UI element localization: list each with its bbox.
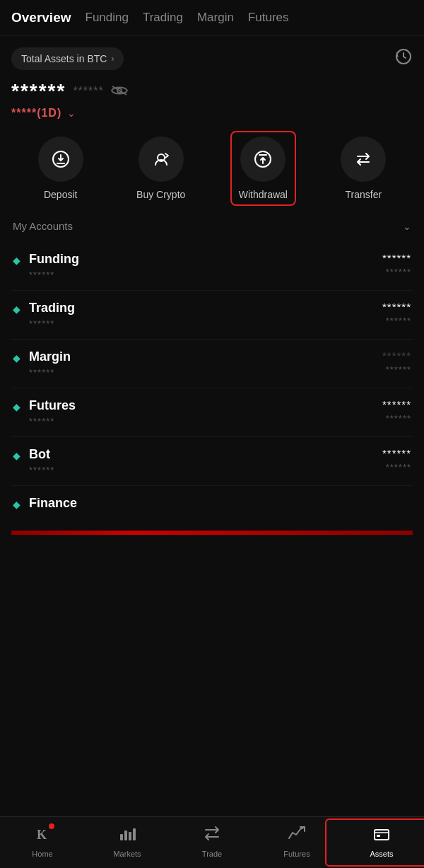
futures-name: Futures (29, 398, 76, 413)
change-chevron[interactable]: ⌄ (67, 108, 76, 119)
funding-name: Funding (29, 252, 79, 267)
bot-name: Bot (29, 447, 54, 462)
nav-funding[interactable]: Funding (86, 11, 129, 25)
assets-icon (372, 824, 391, 847)
svg-rect-7 (120, 834, 123, 840)
balance-area: ****** ****** (11, 80, 413, 103)
trading-diamond-icon: ◆ (13, 303, 20, 315)
history-icon[interactable] (394, 47, 413, 70)
nav-futures[interactable]: Futures (248, 11, 289, 25)
margin-diamond-icon: ◆ (13, 352, 20, 364)
bottom-nav-trade[interactable]: Trade (170, 824, 254, 858)
accounts-chevron[interactable]: ⌄ (403, 221, 411, 232)
account-item-funding[interactable]: ◆ Funding ****** ****** ****** (11, 242, 413, 291)
account-item-trading[interactable]: ◆ Trading ****** ****** ****** (11, 291, 413, 340)
withdrawal-button[interactable]: Withdrawal (239, 137, 288, 200)
finance-name: Finance (29, 496, 77, 511)
svg-text:K: K (37, 828, 47, 842)
withdrawal-icon-circle (240, 137, 285, 182)
withdrawal-label: Withdrawal (239, 189, 288, 200)
bottom-nav-home[interactable]: K Home (0, 825, 85, 858)
buy-crypto-label: Buy Crypto (136, 189, 185, 200)
total-assets-label: Total Assets in BTC (21, 53, 107, 64)
withdrawal-wrapper: Withdrawal (239, 137, 288, 200)
buy-crypto-icon-circle (139, 137, 184, 182)
home-icon: K (33, 831, 52, 846)
futures-nav-icon (288, 824, 306, 847)
futures-sub: ****** (29, 416, 76, 427)
bot-val: ****** (382, 447, 411, 459)
transfer-button[interactable]: Transfer (341, 137, 386, 200)
nav-margin[interactable]: Margin (197, 11, 234, 25)
trading-val: ****** (382, 301, 411, 313)
total-assets-chevron: › (111, 54, 114, 64)
my-accounts-header: My Accounts ⌄ (11, 220, 413, 232)
change-value: *****(1D) (11, 107, 61, 120)
trading-val-sub: ****** (382, 316, 411, 326)
svg-rect-10 (133, 828, 136, 840)
futures-val: ****** (382, 398, 411, 410)
nav-trading[interactable]: Trading (143, 11, 183, 25)
transfer-icon-circle (341, 137, 386, 182)
home-notification-dot (49, 823, 54, 829)
my-accounts-title: My Accounts (13, 220, 73, 232)
change-row: *****(1D) ⌄ (11, 107, 413, 120)
svg-rect-12 (377, 835, 380, 837)
bottom-nav-assets[interactable]: Assets (339, 824, 424, 858)
trading-name: Trading (29, 301, 75, 316)
bottom-nav-futures[interactable]: Futures (254, 824, 339, 858)
svg-rect-11 (375, 830, 389, 840)
home-label: Home (32, 850, 52, 858)
nav-overview[interactable]: Overview (11, 10, 71, 25)
funding-val-sub: ****** (382, 267, 411, 277)
top-nav: Overview Funding Trading Margin Futures (0, 0, 424, 36)
account-item-bot[interactable]: ◆ Bot ****** ****** ****** (11, 437, 413, 486)
futures-val-sub: ****** (382, 413, 411, 424)
bottom-nav-markets[interactable]: Markets (85, 824, 170, 858)
finance-diamond-icon: ◆ (13, 499, 20, 510)
hide-balance-icon[interactable] (111, 83, 128, 100)
markets-label: Markets (113, 850, 141, 858)
account-item-margin[interactable]: ◆ Margin ****** ****** ****** (11, 340, 413, 388)
futures-diamond-icon: ◆ (13, 401, 20, 412)
balance-sub-value: ****** (73, 85, 103, 98)
account-item-futures[interactable]: ◆ Futures ****** ****** ****** (11, 388, 413, 437)
markets-icon (118, 824, 136, 847)
action-buttons: Deposit Buy Crypto (11, 137, 413, 200)
deposit-icon-circle (38, 137, 83, 182)
svg-rect-8 (124, 831, 127, 840)
margin-val: ****** (382, 349, 411, 361)
transfer-label: Transfer (346, 189, 382, 200)
trade-icon (203, 824, 221, 847)
futures-nav-label: Futures (283, 850, 310, 858)
margin-sub: ****** (29, 367, 71, 378)
assets-label: Assets (370, 850, 393, 858)
deposit-button[interactable]: Deposit (38, 137, 83, 200)
bot-diamond-icon: ◆ (13, 450, 20, 461)
deposit-label: Deposit (44, 189, 77, 200)
total-assets-row: Total Assets in BTC › (11, 47, 413, 70)
total-assets-button[interactable]: Total Assets in BTC › (11, 47, 124, 70)
bottom-nav: K Home Markets Trade (0, 816, 424, 868)
funding-diamond-icon: ◆ (13, 255, 20, 266)
buy-crypto-button[interactable]: Buy Crypto (136, 137, 185, 200)
main-content: Total Assets in BTC › ****** ****** (0, 36, 424, 606)
trade-label: Trade (202, 850, 222, 858)
account-item-finance[interactable]: ◆ Finance (11, 486, 413, 523)
red-bar (11, 531, 413, 535)
margin-val-sub: ****** (382, 364, 411, 375)
funding-sub: ****** (29, 270, 79, 280)
bot-sub: ****** (29, 465, 54, 475)
accounts-list: ◆ Funding ****** ****** ****** ◆ Trading… (11, 242, 413, 523)
funding-val: ****** (382, 252, 411, 264)
margin-name: Margin (29, 349, 71, 364)
svg-rect-9 (129, 832, 131, 840)
balance-main-value: ****** (11, 80, 66, 103)
bot-val-sub: ****** (382, 462, 411, 473)
trading-sub: ****** (29, 318, 75, 329)
